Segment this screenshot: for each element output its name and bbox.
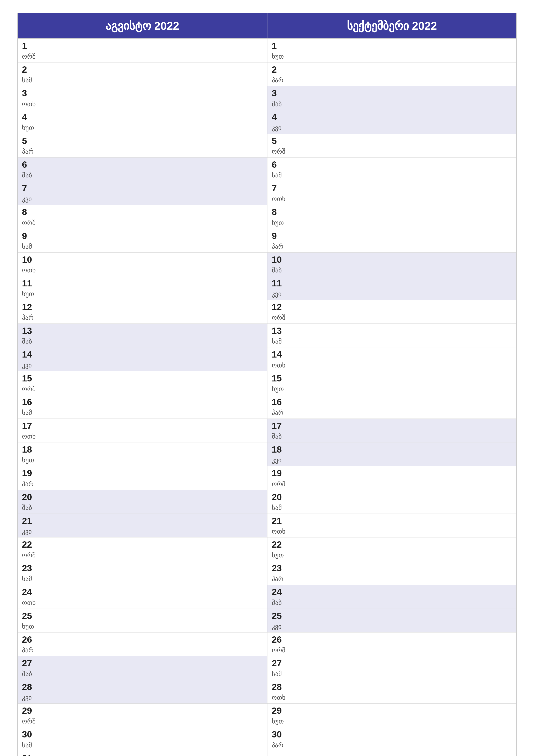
day-number: 1 bbox=[272, 41, 289, 51]
day-row: 19 პარ bbox=[18, 466, 267, 490]
day-row: 20 შაბ bbox=[18, 490, 267, 514]
day-content: 21 ოთხ bbox=[272, 516, 289, 535]
september-days: 1 ხუთ 2 პარ 3 შაბ 4 კვი 5 ორშ bbox=[267, 39, 516, 756]
day-number: 22 bbox=[272, 540, 289, 550]
day-content: 11 კვი bbox=[272, 279, 289, 298]
day-name: ორშ bbox=[22, 53, 39, 60]
day-row: 19 ორშ bbox=[267, 466, 516, 490]
day-content: 20 სამ bbox=[272, 492, 289, 511]
day-content: 30 პარ bbox=[272, 729, 289, 749]
day-name: ხუთ bbox=[22, 124, 39, 131]
day-content: 25 კვი bbox=[272, 611, 289, 630]
day-row: 4 კვი bbox=[267, 110, 516, 134]
day-content: 15 ხუთ bbox=[272, 373, 289, 393]
day-name: ორშ bbox=[22, 385, 39, 393]
day-row: 21 კვი bbox=[18, 514, 267, 537]
day-name: ხუთ bbox=[272, 717, 289, 725]
day-content: 8 ხუთ bbox=[272, 207, 289, 226]
day-row: 20 სამ bbox=[267, 490, 516, 514]
day-row: 25 ხუთ bbox=[18, 609, 267, 633]
day-content: 30 სამ bbox=[22, 729, 39, 749]
day-number: 31 bbox=[22, 753, 39, 756]
day-name: ოთხ bbox=[272, 694, 289, 701]
day-row: 7 ოთხ bbox=[267, 181, 516, 205]
august-days: 1 ორშ 2 სამ 3 ოთხ 4 ხუთ 5 პარ bbox=[18, 39, 267, 756]
day-row: 6 შაბ bbox=[18, 157, 267, 181]
day-name: შაბ bbox=[22, 171, 39, 179]
day-name: ხუთ bbox=[22, 623, 39, 630]
day-content: 17 ოთხ bbox=[22, 421, 39, 440]
day-content: 2 პარ bbox=[272, 65, 289, 84]
day-content: 19 ორშ bbox=[272, 468, 289, 487]
day-number: 7 bbox=[22, 183, 39, 193]
day-number: 19 bbox=[272, 468, 289, 478]
day-number: 21 bbox=[272, 516, 289, 526]
day-name: ხუთ bbox=[272, 53, 289, 60]
day-name: ოთხ bbox=[272, 195, 289, 202]
day-content: 10 ოთხ bbox=[22, 255, 39, 274]
day-row: 6 სამ bbox=[267, 157, 516, 181]
day-row: 17 ოთხ bbox=[18, 419, 267, 443]
day-row: 12 ორშ bbox=[267, 300, 516, 324]
day-content: 24 ოთხ bbox=[22, 587, 39, 606]
day-name: კვი bbox=[272, 456, 289, 464]
day-name: პარ bbox=[272, 243, 289, 250]
day-number: 29 bbox=[272, 706, 289, 716]
day-row: 16 სამ bbox=[18, 395, 267, 419]
day-name: პარ bbox=[272, 76, 289, 84]
day-content: 20 შაბ bbox=[22, 492, 39, 511]
day-row: 31 ოთხ bbox=[18, 751, 267, 756]
day-name: შაბ bbox=[272, 266, 289, 274]
day-row: 13 შაბ bbox=[18, 324, 267, 347]
day-content: 29 ორშ bbox=[22, 706, 39, 725]
day-name: შაბ bbox=[272, 100, 289, 108]
day-row: 8 ორშ bbox=[18, 205, 267, 229]
day-row: 5 ორშ bbox=[267, 134, 516, 157]
day-number: 19 bbox=[22, 468, 39, 478]
day-number: 17 bbox=[22, 421, 39, 431]
day-row: 14 ოთხ bbox=[267, 347, 516, 371]
day-number: 5 bbox=[272, 136, 289, 146]
day-row: 5 პარ bbox=[18, 134, 267, 157]
day-name: სამ bbox=[22, 575, 39, 582]
day-name: ოთხ bbox=[272, 362, 289, 369]
day-row: 29 ხუთ bbox=[267, 704, 516, 727]
day-row: 10 შაბ bbox=[267, 253, 516, 276]
day-content: 16 სამ bbox=[22, 397, 39, 417]
day-number: 1 bbox=[22, 41, 39, 51]
day-row: 3 შაბ bbox=[267, 86, 516, 110]
day-number: 15 bbox=[22, 373, 39, 383]
day-row: 24 შაბ bbox=[267, 585, 516, 608]
day-number: 2 bbox=[272, 65, 289, 74]
day-content: 12 პარ bbox=[22, 302, 39, 321]
day-name: ოთხ bbox=[22, 266, 39, 274]
day-name: სამ bbox=[272, 670, 289, 678]
day-content: 15 ორშ bbox=[22, 373, 39, 393]
day-number: 16 bbox=[272, 397, 289, 407]
day-number: 22 bbox=[22, 540, 39, 550]
day-content: 24 შაბ bbox=[272, 587, 289, 606]
day-content: 28 კვი bbox=[22, 682, 39, 701]
day-number: 25 bbox=[22, 611, 39, 621]
day-row: 28 კვი bbox=[18, 680, 267, 704]
day-number: 29 bbox=[22, 706, 39, 716]
day-name: სამ bbox=[22, 409, 39, 417]
day-content: 17 შაბ bbox=[272, 421, 289, 440]
day-content: 14 კვი bbox=[22, 350, 39, 369]
day-content: 16 პარ bbox=[272, 397, 289, 417]
day-content: 14 ოთხ bbox=[272, 350, 289, 369]
day-row: 23 პარ bbox=[267, 561, 516, 585]
day-name: ხუთ bbox=[272, 219, 289, 227]
day-content: 5 პარ bbox=[22, 136, 39, 155]
day-number: 10 bbox=[22, 255, 39, 265]
day-row: 23 სამ bbox=[18, 561, 267, 585]
day-name: კვი bbox=[22, 694, 39, 701]
day-number: 2 bbox=[22, 65, 39, 74]
day-row: 21 ოთხ bbox=[267, 514, 516, 537]
day-name: ხუთ bbox=[22, 456, 39, 464]
day-name: სამ bbox=[272, 504, 289, 511]
day-content: 22 ხუთ bbox=[272, 540, 289, 559]
day-content: 4 ხუთ bbox=[22, 112, 39, 131]
day-name: ხუთ bbox=[22, 290, 39, 298]
day-name: სამ bbox=[272, 171, 289, 179]
